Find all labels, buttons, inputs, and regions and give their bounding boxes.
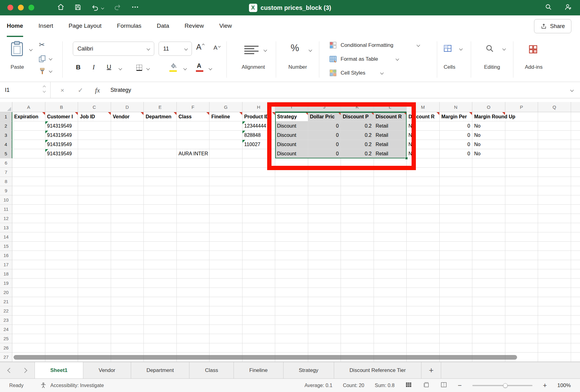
cell-C25[interactable]	[78, 334, 111, 343]
cell-M7[interactable]	[407, 168, 440, 177]
cell-B26[interactable]	[45, 343, 78, 353]
cell-L15[interactable]	[374, 242, 407, 251]
cell-L21[interactable]	[374, 297, 407, 306]
alignment-dropdown-icon[interactable]	[263, 48, 267, 51]
editing-button[interactable]	[485, 44, 494, 54]
row-header-16[interactable]: 16	[0, 251, 12, 260]
row-header-3[interactable]: 3	[0, 131, 12, 140]
cell-N2[interactable]: 0	[440, 121, 473, 131]
cell-E3[interactable]	[144, 131, 177, 140]
cell-H5[interactable]	[242, 149, 276, 158]
cell-P5[interactable]	[505, 149, 538, 158]
cell-M8[interactable]	[407, 177, 440, 186]
cell-A24[interactable]	[12, 325, 45, 334]
cell-N12[interactable]	[440, 214, 473, 223]
zoom-out-button[interactable]: −	[458, 382, 462, 390]
cell-P12[interactable]	[505, 214, 538, 223]
cell-O11[interactable]	[472, 205, 505, 214]
cell-A15[interactable]	[12, 242, 45, 251]
cell-Q14[interactable]	[538, 232, 571, 242]
cell-C7[interactable]	[78, 168, 111, 177]
cell-N3[interactable]: 0	[440, 131, 473, 140]
ribbon-tab-insert[interactable]: Insert	[39, 15, 53, 37]
cell-J1[interactable]: Dollar Pric	[308, 112, 341, 121]
cell-N8[interactable]	[440, 177, 473, 186]
cell-N21[interactable]	[440, 297, 473, 306]
cell-N14[interactable]	[440, 232, 473, 242]
cell-E20[interactable]	[144, 288, 177, 297]
cell-J14[interactable]	[308, 232, 341, 242]
cell-I22[interactable]	[275, 306, 308, 316]
cell-K21[interactable]	[341, 297, 374, 306]
cell-Q27[interactable]	[538, 353, 571, 362]
cell-M26[interactable]	[407, 343, 440, 353]
next-sheet-icon[interactable]	[22, 368, 27, 373]
format-as-table-dropdown-icon[interactable]	[396, 57, 399, 60]
cell-G18[interactable]	[209, 269, 242, 279]
cell-C12[interactable]	[78, 214, 111, 223]
column-header-K[interactable]: K	[341, 102, 374, 112]
cell-G5[interactable]	[209, 149, 242, 158]
cell-A22[interactable]	[12, 306, 45, 316]
cell-P2[interactable]	[505, 121, 538, 131]
cell-C8[interactable]	[78, 177, 111, 186]
fill-color-dropdown-icon[interactable]	[183, 67, 187, 70]
cell-G4[interactable]	[209, 140, 242, 149]
cell-M9[interactable]	[407, 186, 440, 195]
cell-C18[interactable]	[78, 269, 111, 279]
cell-G24[interactable]	[209, 325, 242, 334]
sheet-tab-sheet1[interactable]: Sheet1	[35, 362, 83, 378]
cell-E1[interactable]: Departmen	[144, 112, 177, 121]
cell-J21[interactable]	[308, 297, 341, 306]
cell-B15[interactable]	[45, 242, 78, 251]
cell-I12[interactable]	[275, 214, 308, 223]
cell-O4[interactable]: No	[472, 140, 505, 149]
cell-E17[interactable]	[144, 260, 177, 269]
addins-button[interactable]	[528, 44, 538, 55]
formula-bar-expand-icon[interactable]	[570, 88, 574, 92]
column-header-A[interactable]: A	[12, 102, 45, 112]
column-header-L[interactable]: L	[374, 102, 407, 112]
cell-J2[interactable]: 0	[308, 121, 341, 131]
cell-P23[interactable]	[505, 316, 538, 325]
cell-F19[interactable]	[177, 279, 210, 288]
cell-I3[interactable]: Discount	[275, 131, 308, 140]
cell-B3[interactable]: 914319549	[45, 131, 78, 140]
cell-E16[interactable]	[144, 251, 177, 260]
column-header-N[interactable]: N	[440, 102, 473, 112]
cell-B9[interactable]	[45, 186, 78, 195]
cell-L14[interactable]	[374, 232, 407, 242]
cell-I10[interactable]	[275, 195, 308, 205]
cell-P16[interactable]	[505, 251, 538, 260]
cell-Q6[interactable]	[538, 158, 571, 168]
cell-F12[interactable]	[177, 214, 210, 223]
cell-B23[interactable]	[45, 316, 78, 325]
cell-D5[interactable]	[111, 149, 144, 158]
cell-A25[interactable]	[12, 334, 45, 343]
cell-L2[interactable]: Retail	[374, 121, 407, 131]
cell-G15[interactable]	[209, 242, 242, 251]
row-header-1[interactable]: 1	[0, 112, 12, 121]
cell-I21[interactable]	[275, 297, 308, 306]
cell-P9[interactable]	[505, 186, 538, 195]
cell-F14[interactable]	[177, 232, 210, 242]
sheet-tab-department[interactable]: Department	[131, 362, 190, 378]
cell-M23[interactable]	[407, 316, 440, 325]
cell-O24[interactable]	[472, 325, 505, 334]
cell-B1[interactable]: Customer I	[45, 112, 78, 121]
cell-E24[interactable]	[144, 325, 177, 334]
cell-A1[interactable]: Expiration	[12, 112, 45, 121]
zoom-slider-thumb[interactable]	[503, 383, 508, 388]
cell-H9[interactable]	[242, 186, 276, 195]
cell-H21[interactable]	[242, 297, 276, 306]
cell-H7[interactable]	[242, 168, 276, 177]
cell-C5[interactable]	[78, 149, 111, 158]
row-header-10[interactable]: 10	[0, 195, 12, 205]
row-header-25[interactable]: 25	[0, 334, 12, 343]
cell-E14[interactable]	[144, 232, 177, 242]
cell-F10[interactable]	[177, 195, 210, 205]
cell-N4[interactable]: 0	[440, 140, 473, 149]
cell-G12[interactable]	[209, 214, 242, 223]
row-header-22[interactable]: 22	[0, 306, 12, 316]
cell-K10[interactable]	[341, 195, 374, 205]
